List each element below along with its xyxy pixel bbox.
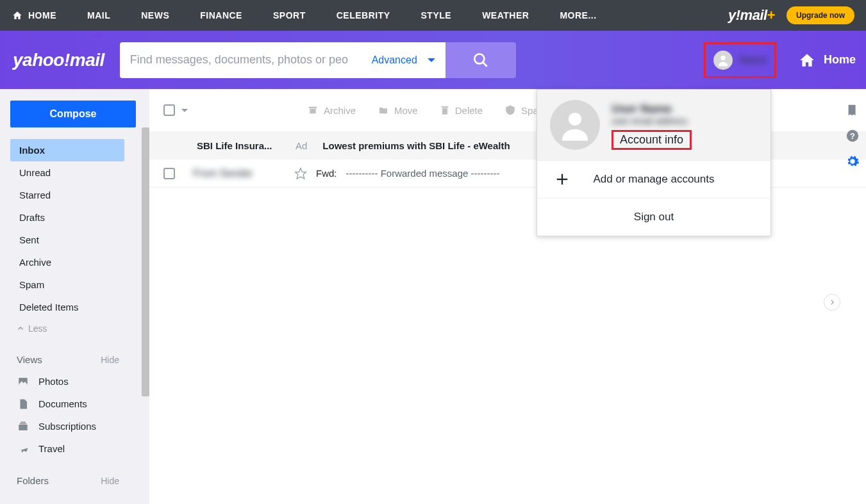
view-documents[interactable]: Documents	[10, 393, 126, 415]
select-dropdown-icon[interactable]	[181, 109, 188, 115]
view-photos[interactable]: Photos	[10, 370, 126, 393]
chevron-up-icon	[17, 325, 24, 332]
folder-drafts[interactable]: Drafts	[10, 206, 124, 229]
yahoo-mail-logo[interactable]: yahoo!mail	[13, 50, 104, 70]
account-info-link[interactable]: Account info	[612, 130, 692, 150]
views-hide[interactable]: Hide	[101, 355, 119, 365]
notepad-icon[interactable]	[845, 103, 860, 117]
compose-button[interactable]: Compose	[10, 101, 136, 127]
person-icon	[716, 53, 730, 67]
folders-hide[interactable]: Hide	[101, 476, 119, 486]
svg-line-1	[483, 62, 487, 67]
home-icon	[12, 10, 23, 20]
profile-trigger[interactable]: Name	[704, 42, 776, 78]
nav-sport[interactable]: SPORT	[258, 0, 321, 31]
dropdown-username: User Name	[612, 102, 758, 116]
travel-icon	[17, 443, 29, 455]
nav-news[interactable]: NEWS	[126, 0, 185, 31]
app-shell: Compose Inbox Unread Starred Drafts Sent…	[0, 89, 866, 504]
svg-rect-5	[19, 425, 28, 430]
delete-button[interactable]: Delete	[431, 104, 492, 116]
sidebar-scrollbar[interactable]	[142, 127, 149, 504]
person-icon	[558, 108, 592, 142]
view-travel[interactable]: Travel	[10, 437, 126, 460]
svg-text:?: ?	[850, 131, 855, 141]
search-button[interactable]	[445, 42, 516, 78]
mail-from: From Sender	[193, 168, 283, 179]
search-input[interactable]	[130, 53, 372, 67]
ad-label: Ad	[296, 140, 307, 151]
plus-icon	[555, 172, 569, 186]
archive-button[interactable]: Archive	[298, 105, 365, 116]
mail-subject-body: ---------- Forwarded message ---------	[346, 168, 500, 179]
subscriptions-icon	[17, 421, 29, 432]
spam-icon	[504, 104, 516, 116]
svg-rect-11	[441, 106, 448, 108]
upgrade-button[interactable]: Upgrade now	[787, 6, 854, 24]
documents-icon	[17, 398, 29, 410]
advanced-search[interactable]: Advanced	[372, 54, 417, 66]
views-header: Views Hide	[10, 354, 126, 365]
star-icon[interactable]	[294, 167, 307, 180]
sign-out[interactable]: Sign out	[537, 198, 770, 236]
mail-subject-label: Fwd:	[316, 168, 337, 179]
help-icon[interactable]: ?	[845, 129, 860, 143]
nav-style[interactable]: STYLE	[406, 0, 467, 31]
profile-name: Name	[739, 54, 767, 66]
archive-icon	[307, 105, 319, 115]
avatar-icon	[713, 51, 733, 70]
svg-rect-7	[21, 421, 26, 423]
folder-spam[interactable]: Spam	[10, 273, 124, 296]
home-icon	[798, 52, 816, 69]
nav-more[interactable]: MORE...	[544, 0, 612, 31]
select-all-checkbox[interactable]	[163, 104, 175, 116]
svg-point-0	[474, 54, 484, 63]
svg-point-14	[569, 113, 581, 126]
delete-icon	[440, 104, 450, 116]
chevron-right-icon	[829, 298, 835, 306]
svg-rect-12	[442, 108, 447, 115]
add-manage-accounts[interactable]: Add or manage accounts	[537, 160, 770, 198]
nav-home-label: HOME	[28, 10, 56, 20]
home-right-label: Home	[824, 53, 856, 67]
svg-rect-8	[309, 107, 317, 109]
search-area: Advanced	[120, 42, 516, 78]
folder-sent[interactable]: Sent	[10, 229, 124, 251]
right-rail: ?	[839, 89, 866, 168]
less-toggle[interactable]: Less	[10, 318, 149, 339]
ymail-plus-logo: y!mail+	[728, 7, 775, 24]
folder-archive[interactable]: Archive	[10, 251, 124, 273]
avatar-large-icon	[550, 100, 600, 150]
header-bar: yahoo!mail Advanced Name Home	[0, 31, 866, 89]
svg-rect-6	[20, 423, 27, 424]
nav-mail[interactable]: MAIL	[72, 0, 126, 31]
nav-finance[interactable]: FINANCE	[185, 0, 258, 31]
gear-icon[interactable]	[845, 154, 860, 168]
nav-home[interactable]: HOME	[12, 0, 72, 31]
row-checkbox[interactable]	[163, 168, 175, 179]
nav-celebrity[interactable]: CELEBRITY	[321, 0, 406, 31]
view-subscriptions[interactable]: Subscriptions	[10, 415, 126, 437]
search-icon	[472, 52, 489, 69]
folder-unread[interactable]: Unread	[10, 161, 124, 184]
search-box[interactable]: Advanced	[120, 42, 445, 78]
photos-icon	[17, 376, 29, 387]
sidebar: Compose Inbox Unread Starred Drafts Sent…	[0, 89, 149, 504]
expand-right-rail[interactable]	[824, 294, 840, 311]
svg-point-2	[721, 55, 726, 60]
dropdown-header: User Name user email address Account inf…	[537, 90, 770, 160]
move-button[interactable]: Move	[369, 105, 427, 116]
move-icon	[378, 105, 389, 115]
svg-rect-9	[310, 109, 315, 113]
dropdown-email: user email address	[612, 116, 758, 126]
ad-subject: Lowest premiums with SBI Life - eWealth	[322, 140, 510, 151]
svg-marker-13	[296, 168, 306, 179]
folder-starred[interactable]: Starred	[10, 184, 124, 206]
home-right[interactable]: Home	[798, 52, 856, 69]
folder-deleted[interactable]: Deleted Items	[10, 296, 124, 318]
nav-weather[interactable]: WEATHER	[467, 0, 544, 31]
chevron-down-icon[interactable]	[428, 58, 435, 66]
profile-dropdown: User Name user email address Account inf…	[537, 89, 771, 236]
folder-inbox[interactable]: Inbox	[10, 139, 124, 161]
ad-sender: SBI Life Insura...	[197, 140, 287, 151]
